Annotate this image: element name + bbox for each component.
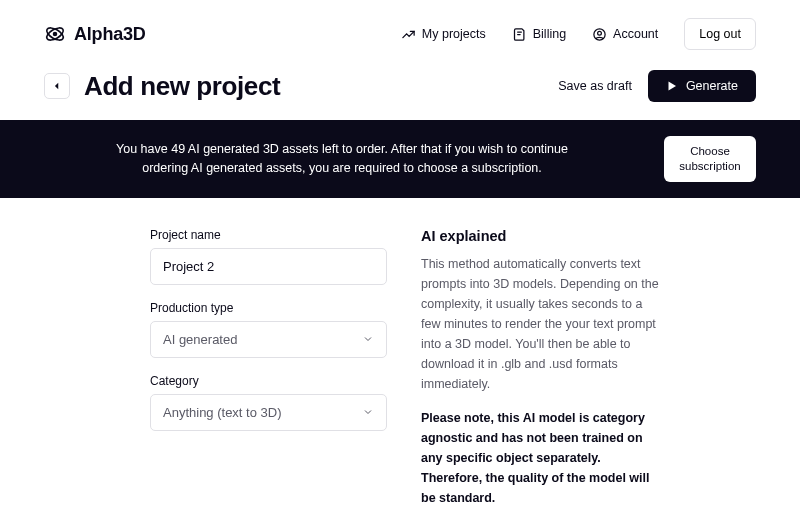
- topbar: Alpha3D My projects Billing Account Log …: [0, 0, 800, 62]
- chevron-down-icon: [362, 333, 374, 345]
- projects-icon: [401, 27, 416, 42]
- svg-point-2: [54, 33, 57, 36]
- field-category: Category Anything (text to 3D): [150, 374, 387, 431]
- nav-my-projects[interactable]: My projects: [401, 27, 486, 42]
- generate-button[interactable]: Generate: [648, 70, 756, 102]
- nav-label: Account: [613, 27, 658, 41]
- nav-label: My projects: [422, 27, 486, 41]
- production-type-select[interactable]: AI generated: [150, 321, 387, 358]
- info-column: AI explained This method automatically c…: [421, 228, 663, 508]
- play-icon: [666, 80, 678, 92]
- save-draft-link[interactable]: Save as draft: [558, 79, 632, 93]
- back-button[interactable]: [44, 73, 70, 99]
- logo-icon: [44, 23, 66, 45]
- main: Project name Production type AI generate…: [0, 198, 800, 508]
- logo-text: Alpha3D: [74, 24, 146, 45]
- nav-label: Billing: [533, 27, 566, 41]
- nav-account[interactable]: Account: [592, 27, 658, 42]
- banner-text: You have 49 AI generated 3D assets left …: [44, 140, 640, 178]
- info-text: This method automatically converts text …: [421, 254, 663, 394]
- select-value: Anything (text to 3D): [163, 405, 282, 420]
- title-left: Add new project: [44, 71, 280, 102]
- account-icon: [592, 27, 607, 42]
- button-label: Generate: [686, 79, 738, 93]
- svg-point-4: [598, 31, 602, 35]
- category-label: Category: [150, 374, 387, 388]
- title-row: Add new project Save as draft Generate: [0, 62, 800, 120]
- field-project-name: Project name: [150, 228, 387, 285]
- chevron-down-icon: [362, 406, 374, 418]
- field-production-type: Production type AI generated: [150, 301, 387, 358]
- subscription-banner: You have 49 AI generated 3D assets left …: [0, 120, 800, 198]
- title-actions: Save as draft Generate: [558, 70, 756, 102]
- select-value: AI generated: [163, 332, 237, 347]
- nav: My projects Billing Account Log out: [401, 18, 756, 50]
- project-name-label: Project name: [150, 228, 387, 242]
- billing-icon: [512, 27, 527, 42]
- info-note: Please note, this AI model is category a…: [421, 408, 663, 508]
- choose-subscription-button[interactable]: Choose subscription: [664, 136, 756, 182]
- logout-button[interactable]: Log out: [684, 18, 756, 50]
- info-title: AI explained: [421, 228, 663, 244]
- chevron-left-icon: [52, 81, 62, 91]
- button-label-line2: subscription: [679, 160, 740, 172]
- page-title: Add new project: [84, 71, 280, 102]
- production-type-label: Production type: [150, 301, 387, 315]
- logo[interactable]: Alpha3D: [44, 23, 146, 45]
- project-name-input[interactable]: [150, 248, 387, 285]
- nav-billing[interactable]: Billing: [512, 27, 566, 42]
- category-select[interactable]: Anything (text to 3D): [150, 394, 387, 431]
- form-column: Project name Production type AI generate…: [150, 228, 387, 508]
- button-label-line1: Choose: [690, 145, 730, 157]
